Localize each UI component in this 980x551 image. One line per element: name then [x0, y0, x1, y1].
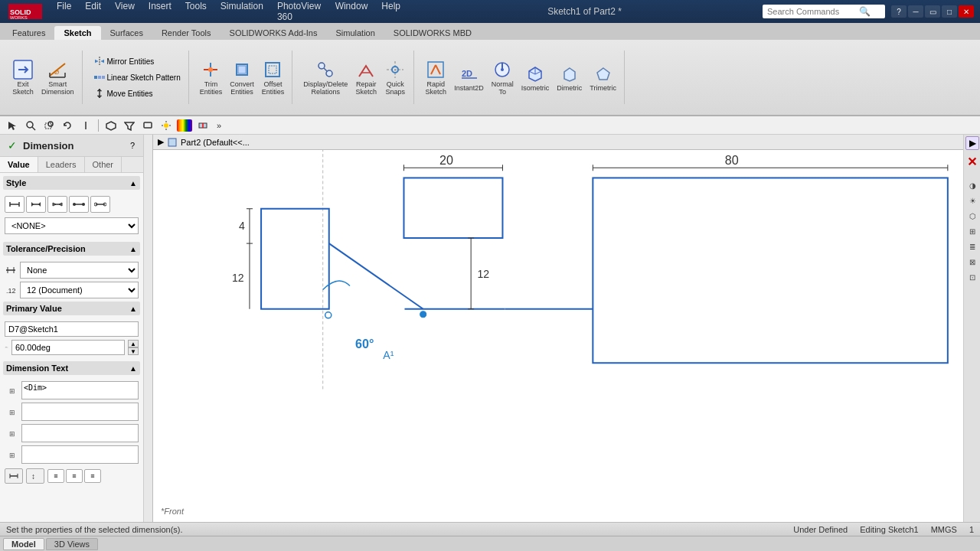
tolerance-section-header[interactable]: Tolerance/Precision ▲: [3, 242, 140, 256]
linear-pattern-btn[interactable]: Linear Sketch Pattern: [90, 70, 184, 85]
rapid-sketch-btn[interactable]: RapidSketch: [422, 57, 449, 97]
dim-text-input-4[interactable]: [21, 445, 139, 464]
bt-tab-model[interactable]: Model: [3, 538, 44, 550]
search-input[interactable]: [767, 7, 859, 16]
tab-simulation[interactable]: Simulation: [326, 26, 384, 40]
config-table-icon[interactable]: ⊠: [965, 255, 979, 269]
qa-filter[interactable]: [122, 118, 137, 133]
dim-text-input-2[interactable]: [21, 403, 139, 421]
dim-text-icon-4a[interactable]: ⊞: [5, 449, 20, 461]
quick-snaps-btn[interactable]: QuickSnaps: [381, 57, 409, 97]
menu-help[interactable]: Help: [375, 0, 407, 24]
align-left-btn[interactable]: ≡: [47, 469, 64, 483]
qa-more[interactable]: »: [214, 118, 229, 133]
qa-light[interactable]: [158, 118, 174, 133]
style-btn-2[interactable]: [26, 196, 46, 213]
tab-surfaces[interactable]: Surfaces: [101, 26, 152, 40]
smart-dimension-btn[interactable]: Ø SmartDimension: [38, 57, 77, 97]
style-btn-1[interactable]: [5, 196, 24, 213]
tab-value[interactable]: Value: [0, 157, 38, 172]
qa-rotate[interactable]: [60, 118, 75, 133]
qa-section[interactable]: [195, 118, 211, 133]
trimetric-btn[interactable]: Trimetric: [586, 61, 619, 93]
menu-photoview[interactable]: PhotoView 360: [271, 0, 328, 24]
qa-zoom-area[interactable]: [41, 118, 57, 133]
menu-simulation[interactable]: Simulation: [214, 0, 270, 24]
tab-render-tools[interactable]: Render Tools: [152, 26, 220, 40]
display-delete-relations-btn[interactable]: Display/DeleteRelations: [300, 57, 351, 97]
tab-sketch[interactable]: Sketch: [54, 26, 100, 40]
offset-entities-btn[interactable]: OffsetEntities: [259, 57, 288, 97]
custom-properties-icon[interactable]: ≣: [965, 240, 979, 253]
menu-insert[interactable]: Insert: [142, 0, 178, 24]
dim-text-section-header[interactable]: Dimension Text ▲: [3, 361, 140, 375]
style-dropdown[interactable]: <NONE>: [5, 217, 139, 234]
help-btn[interactable]: ?: [891, 5, 906, 18]
minimize-btn[interactable]: ─: [908, 5, 923, 18]
canvas[interactable]: ▶ Part2 (Default<<... 20: [153, 135, 963, 522]
qa-cursor[interactable]: [5, 118, 20, 133]
dim-text-input-3[interactable]: [21, 424, 139, 442]
bt-tab-3dviews[interactable]: 3D Views: [46, 538, 98, 550]
precision-dropdown[interactable]: 12 (Document): [20, 282, 139, 298]
dim-text-bottom-1[interactable]: [5, 468, 23, 484]
dim-text-icon-3a[interactable]: ⊞: [5, 428, 20, 440]
close-color-btn[interactable]: ✕: [965, 155, 978, 169]
scene-icon[interactable]: ☀: [965, 194, 979, 207]
move-entities-btn[interactable]: Move Entities: [90, 86, 184, 101]
menu-window[interactable]: Window: [329, 0, 374, 24]
sketch-canvas[interactable]: 20 80 4 12 12 60° A¹: [153, 150, 963, 522]
restore-btn[interactable]: ▭: [925, 5, 940, 18]
qa-color[interactable]: [177, 119, 192, 132]
tab-features[interactable]: Features: [3, 26, 54, 40]
align-center-btn[interactable]: ≡: [66, 469, 83, 483]
menu-view[interactable]: View: [109, 0, 141, 24]
style-section-header[interactable]: Style ▲: [3, 176, 140, 190]
isometric-btn[interactable]: Isometric: [518, 61, 553, 93]
convert-entities-btn[interactable]: ConvertEntities: [227, 57, 257, 97]
spinbox-up[interactable]: ▲: [128, 340, 139, 347]
style-btn-5[interactable]: [90, 196, 110, 213]
right-panel: ▶ ✕ ◑ ☀ ⬡ ⊞ ≣ ⊠ ⊡: [963, 135, 980, 522]
tolerance-dropdown[interactable]: None: [20, 262, 139, 279]
maximize-btn[interactable]: □: [942, 5, 957, 18]
dim-text-icon-1a[interactable]: ⊞: [5, 385, 20, 397]
primary-value-field[interactable]: [5, 321, 139, 337]
mirror-entities-btn[interactable]: Mirror Entities: [90, 54, 184, 69]
menu-edit[interactable]: Edit: [79, 0, 107, 24]
dim-text-bottom-2[interactable]: ↕: [26, 468, 44, 484]
style-btn-4[interactable]: [69, 196, 89, 213]
accept-btn[interactable]: ✓: [5, 138, 20, 153]
repair-sketch-btn[interactable]: RepairSketch: [352, 57, 380, 97]
decals-icon[interactable]: ⬡: [965, 209, 979, 223]
tab-other[interactable]: Other: [85, 157, 122, 172]
close-btn[interactable]: ✕: [959, 5, 974, 18]
style-btn-3[interactable]: [47, 196, 67, 213]
normal-to-btn[interactable]: NormalTo: [488, 57, 517, 97]
dimetric-btn[interactable]: Dimetric: [554, 61, 585, 93]
numeric-value-input[interactable]: [11, 340, 125, 355]
menu-tools[interactable]: Tools: [179, 0, 213, 24]
trim-entities-btn[interactable]: TrimEntities: [197, 57, 226, 97]
instant2d-btn[interactable]: 2D Instant2D: [451, 61, 487, 93]
spinbox-down[interactable]: ▼: [128, 347, 139, 355]
dim-text-input-1[interactable]: <Dim>: [21, 381, 139, 399]
tab-addins[interactable]: SOLIDWORKS Add-Ins: [220, 26, 327, 40]
primary-value-section-header[interactable]: Primary Value ▲: [3, 302, 140, 315]
qa-zoom-fit[interactable]: [23, 118, 38, 133]
display-states-icon[interactable]: ⊞: [965, 224, 979, 238]
dim-text-icon-2a[interactable]: ⊞: [5, 406, 20, 419]
dimensions-xpert-icon[interactable]: ⊡: [965, 270, 979, 284]
qa-pan[interactable]: [78, 118, 93, 133]
exit-sketch-btn[interactable]: ExitSketch: [9, 57, 37, 97]
search-box[interactable]: 🔍: [763, 5, 885, 18]
menu-file[interactable]: File: [51, 0, 77, 24]
appearances-icon[interactable]: ◑: [965, 178, 979, 192]
qa-display[interactable]: [140, 118, 155, 133]
color-picker-arrow[interactable]: ▶: [965, 136, 979, 150]
tab-leaders[interactable]: Leaders: [38, 157, 85, 172]
align-right-btn[interactable]: ≡: [84, 469, 101, 483]
tab-mbd[interactable]: SOLIDWORKS MBD: [384, 26, 481, 40]
qa-3d[interactable]: [103, 118, 119, 133]
help-icon[interactable]: ?: [126, 139, 139, 152]
